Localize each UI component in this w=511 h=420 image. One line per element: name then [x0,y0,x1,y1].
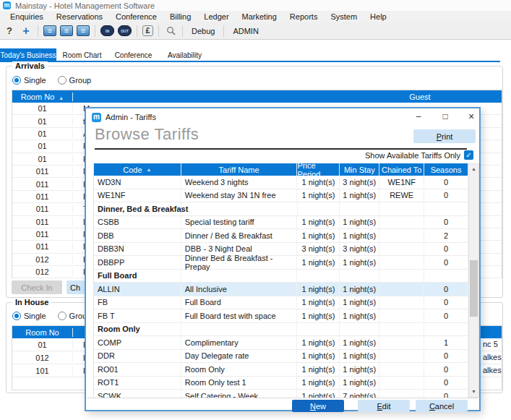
tariff-row[interactable]: SCWKSelf Catering - Week1 night(s)7 nigh… [94,390,468,398]
filter-row: Show Available Tariffs Only ✓ [86,150,479,161]
tariff-row[interactable]: COMPComplimentary1 night(s)1 night(s)1 [94,336,468,350]
menu-help[interactable]: Help [364,12,392,22]
toolbar: ? + ≡ ≡ ≡ IN OUT £ Debug ADMIN [0,22,511,40]
help-key-icon[interactable]: ? [3,25,16,37]
room-status-icon[interactable]: ≡ [43,25,56,36]
check-out-icon[interactable]: OUT [118,25,132,36]
radio-dot [58,76,66,85]
column-price-period[interactable]: Price Period [297,163,340,176]
check-in-button[interactable]: Check In [12,280,62,294]
search-icon[interactable] [164,25,177,37]
tariff-row[interactable]: DDRDay Delegate rate1 night(s)1 night(s)… [94,350,468,364]
in-house-column-room-no[interactable]: Room No [12,328,73,337]
column-min-stay[interactable]: Min Stay [340,163,379,176]
arrivals-radio-group-option[interactable]: Group [58,76,92,85]
new-button[interactable]: New [292,400,344,412]
scroll-up-icon[interactable]: ▲ [469,164,478,174]
tariff-row[interactable]: ROT1Room Only test 11 night(s)1 night(s)… [94,377,468,390]
tab-availability[interactable]: Availability [159,48,210,62]
tariff-table-scrollbar[interactable]: ▲ ▼ [468,163,479,398]
sort-asc-icon: ▲ [147,167,152,172]
tariff-table-header: Code▲ Tariff Name Price Period Min Stay … [94,163,468,176]
tab-todays-business[interactable]: Today's Business [0,48,56,62]
dialog-logo-icon: m [92,113,101,122]
tariff-row[interactable]: FB TFull Board test with space1 night(s)… [94,309,468,323]
in-house-radio-single[interactable]: Single [12,312,46,320]
menu-system[interactable]: System [325,12,363,22]
footer-divider [87,398,478,398]
menu-reports[interactable]: Reports [284,12,324,22]
tariff-group-row: Full Board [94,270,468,283]
column-chained-to[interactable]: Chained To [379,163,424,176]
radio-dot [58,312,66,320]
menu-billing[interactable]: Billing [164,12,197,22]
dialog-title-bar[interactable]: m Admin - Tariffs – □ × [86,108,479,126]
menu-enquiries[interactable]: Enquiries [4,12,49,22]
radio-dot [12,76,21,85]
arrivals-radio-single[interactable]: Single [12,76,46,85]
tariff-row[interactable]: DBBDinner / Bed & Breakfast1 night(s)1 n… [94,229,468,243]
tariff-group-row: Room Only [94,323,468,337]
add-icon[interactable]: + [20,25,33,37]
app-window: m Mainstay - Hotel Management Software E… [0,0,511,420]
room-chart-icon[interactable]: ≡ [60,25,73,36]
tariff-row[interactable]: FBFull Board1 night(s)1 night(s)0 [94,296,468,310]
tab-conference[interactable]: Conference [108,48,159,62]
radio-label: Group [69,76,92,85]
menu-ledger[interactable]: Ledger [198,12,234,22]
toolbar-separator [95,25,95,37]
tariff-row[interactable]: WE1NFWeekend stay 3N 1N free1 night(s)1 … [94,189,468,203]
admin-tariffs-dialog: m Admin - Tariffs – □ × Browse Tariffs P… [85,107,481,411]
filter-checkbox[interactable]: ✓ [464,150,473,160]
arrivals-title: Arrivals [12,61,48,70]
menu-marketing[interactable]: Marketing [236,12,283,22]
arrivals-column-guest[interactable]: Guest [398,93,442,101]
column-code[interactable]: Code▲ [94,163,181,176]
in-house-radio-group: Single Group [12,312,91,320]
main-tab-bar: Today's Business Room Chart Conference A… [0,48,500,62]
scrollbar-thumb[interactable] [470,260,478,317]
menu-bar: Enquiries Reservations Conference Billin… [0,11,511,22]
menu-conference[interactable]: Conference [110,12,163,22]
tariff-row[interactable]: WD3NWeekend 3 nights1 night(s)3 night(s)… [94,176,468,189]
dialog-heading: Browse Tariffs [95,125,199,144]
minimize-icon[interactable]: – [411,110,426,123]
admin-button[interactable]: ADMIN [229,25,262,37]
in-house-title: In House [12,298,51,307]
tariff-table: Code▲ Tariff Name Price Period Min Stay … [93,163,468,398]
arrivals-column-room-no[interactable]: Room No▲ [12,93,73,101]
billing-icon[interactable]: £ [142,25,153,36]
tariff-row[interactable]: RO01Room Only1 night(s)1 night(s)0 [94,363,468,377]
toolbar-separator [158,25,159,37]
column-tariff-name[interactable]: Tariff Name [181,163,298,176]
toolbar-separator [182,25,183,37]
toolbar-separator [223,25,224,37]
close-icon[interactable]: × [463,110,479,123]
radio-label: Single [24,312,46,320]
tariff-row[interactable]: CSBBSpecial testing tariff1 night(s)1 ni… [94,216,468,230]
window-title: Mainstay - Hotel Management Software [15,1,155,10]
cancel-button[interactable]: Cancel [416,400,468,412]
tariff-row[interactable]: DBBPPDinner Bed & Breakfast -Prepay1 nig… [94,256,468,270]
print-button[interactable]: Print [413,129,476,143]
in-house-guest-fragment: alkes [483,366,509,374]
radio-label: Single [24,76,46,85]
edit-button[interactable]: Edit [358,400,410,412]
tab-room-chart[interactable]: Room Chart [56,48,108,62]
radio-dot [12,312,21,320]
tariff-group-row: Dinner, Bed & Breakfast [94,202,468,216]
debug-button[interactable]: Debug [188,25,218,37]
menu-reservations[interactable]: Reservations [51,12,108,22]
arrivals-radio-group: Single Group [12,76,91,85]
tariff-row-selected[interactable]: ALLINAll Inclusive1 night(s)1 night(s)0 [94,283,468,296]
conference-diary-icon[interactable]: ≡ [77,25,90,36]
in-house-guest-fragment: alkes [483,353,509,361]
toolbar-separator [137,25,137,37]
app-logo-icon: m [3,1,11,9]
filter-label: Show Available Tariffs Only [365,151,460,160]
title-bar: m Mainstay - Hotel Management Software [0,0,511,11]
maximize-icon[interactable]: □ [437,110,453,123]
column-seasons[interactable]: Seasons [424,163,468,176]
check-in-icon[interactable]: IN [100,25,114,36]
scroll-down-icon[interactable]: ▼ [469,387,478,397]
